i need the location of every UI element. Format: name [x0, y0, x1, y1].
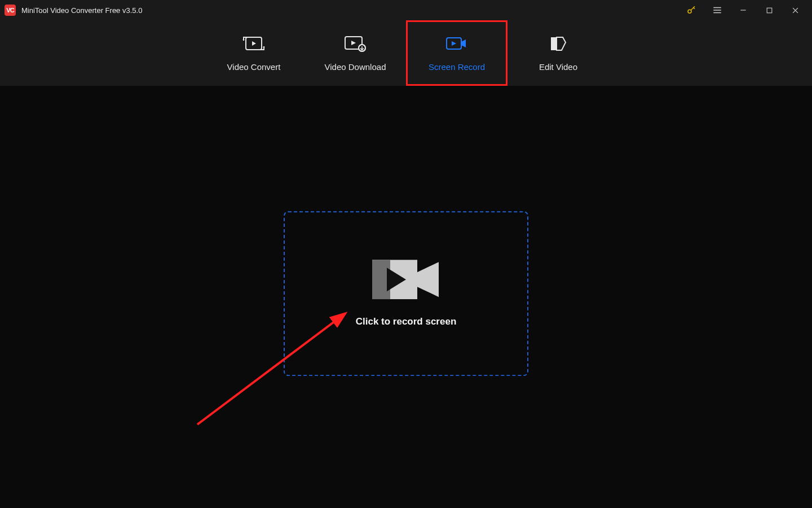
svg-marker-9 — [252, 41, 256, 46]
video-convert-icon — [242, 35, 265, 52]
svg-rect-5 — [767, 8, 772, 13]
tab-video-convert[interactable]: Video Convert — [203, 20, 304, 86]
tab-screen-record[interactable]: Screen Record — [406, 20, 508, 86]
svg-marker-15 — [452, 41, 456, 46]
tab-label: Edit Video — [539, 62, 577, 72]
app-title: MiniTool Video Converter Free v3.5.0 — [21, 6, 142, 15]
tab-bar: Video Convert Video Download Screen Reco… — [0, 20, 812, 86]
tab-video-download[interactable]: Video Download — [304, 20, 406, 86]
record-screen-button[interactable]: Click to record screen — [284, 211, 528, 376]
minimize-button[interactable] — [735, 2, 751, 18]
tab-edit-video[interactable]: Edit Video — [508, 20, 609, 86]
svg-point-0 — [688, 10, 691, 13]
hamburger-menu-icon[interactable] — [709, 2, 725, 18]
close-button[interactable] — [787, 2, 803, 18]
screen-record-icon — [445, 35, 468, 52]
svg-marker-11 — [351, 41, 356, 45]
key-icon[interactable] — [683, 2, 699, 18]
record-prompt-label: Click to record screen — [356, 316, 457, 327]
edit-video-icon — [549, 35, 568, 52]
tab-label: Screen Record — [429, 62, 485, 72]
camcorder-icon — [372, 260, 440, 299]
app-logo: VC — [5, 5, 16, 16]
titlebar: VC MiniTool Video Converter Free v3.5.0 — [0, 0, 812, 20]
video-download-icon — [343, 35, 367, 52]
tab-label: Video Convert — [227, 62, 281, 72]
content-area: Click to record screen — [0, 86, 812, 508]
tab-label: Video Download — [325, 62, 386, 72]
maximize-button[interactable] — [761, 2, 777, 18]
svg-marker-19 — [417, 262, 439, 297]
